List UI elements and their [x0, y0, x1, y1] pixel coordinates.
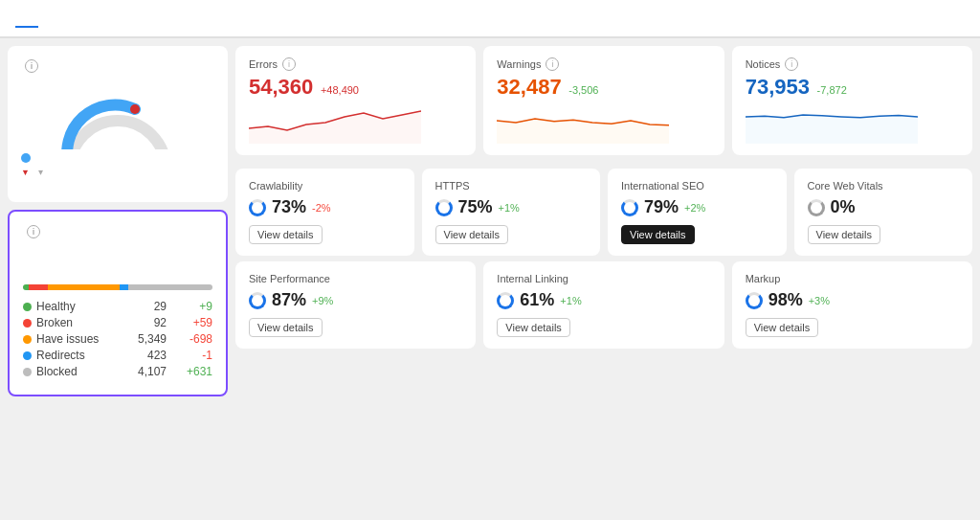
metric-info-icon[interactable]: i: [546, 57, 559, 71]
right-panel: Errors i 54,360 +48,490 Warnings i 32,48…: [235, 46, 972, 512]
stat-left: Redirects: [23, 349, 85, 362]
report-pct-row: 75% +1%: [435, 197, 588, 217]
metric-label: Notices i: [746, 57, 959, 71]
stat-right: 92 +59: [128, 316, 212, 329]
nav-item-compare-crawls[interactable]: [122, 11, 145, 28]
crawled-pages-title: i: [23, 225, 212, 238]
stat-value: 29: [128, 300, 167, 313]
report-name: International SEO: [621, 180, 773, 192]
stat-left: Have issues: [23, 332, 99, 346]
stat-value: 423: [128, 349, 167, 362]
crawled-progress-bar: [23, 284, 212, 290]
crawled-stat-row: Redirects 423 -1: [23, 349, 212, 362]
report-name: Markup: [746, 273, 959, 284]
report-change: +2%: [684, 202, 705, 214]
view-details-button[interactable]: View details: [621, 225, 695, 244]
your-site-legend: [21, 153, 214, 163]
site-health-info-icon[interactable]: i: [25, 59, 38, 73]
main-content: i: [0, 38, 980, 520]
report-card-core-web-vitals: Core Web Vitals 0% View details: [794, 169, 973, 256]
metric-value-row: 54,360 +48,490: [249, 75, 462, 100]
stat-right: 4,107 +631: [128, 365, 212, 378]
metric-card-warnings: Warnings i 32,487 -3,506: [483, 46, 724, 155]
stat-change: +9: [174, 300, 212, 313]
report-percentage: 61%: [520, 290, 554, 310]
nav-item-js-impact[interactable]: [176, 11, 199, 28]
nav-item-issues[interactable]: [42, 11, 65, 28]
gauge-svg: [56, 82, 180, 149]
metric-info-icon[interactable]: i: [282, 57, 296, 71]
stat-dot-blocked: [23, 368, 32, 376]
stat-change: -1: [174, 349, 212, 362]
svg-point-0: [130, 104, 140, 114]
metric-info-icon[interactable]: i: [785, 57, 798, 71]
stat-label: Blocked: [36, 365, 78, 378]
crawled-pages-info-icon[interactable]: i: [27, 225, 40, 238]
view-details-button[interactable]: View details: [746, 318, 819, 337]
stat-left: Broken: [23, 316, 73, 329]
report-pct-row: 61% +1%: [497, 290, 710, 310]
crawled-stats-list: Healthy 29 +9 Broken 92 +59 Have issues …: [23, 300, 212, 378]
view-details-button[interactable]: View details: [808, 225, 881, 244]
stat-right: 5,349 -698: [128, 332, 212, 346]
crawled-stat-row: Have issues 5,349 -698: [23, 332, 212, 346]
nav-item-progress[interactable]: [149, 11, 172, 28]
metric-change: -3,506: [568, 84, 598, 96]
report-name: Crawlability: [249, 180, 401, 192]
view-details-button[interactable]: View details: [249, 318, 323, 337]
stat-value: 4,107: [128, 365, 167, 378]
report-donut-icon: [249, 292, 266, 309]
stat-value: 5,349: [128, 332, 167, 346]
sparkline: [497, 105, 710, 144]
crawled-stat-row: Healthy 29 +9: [23, 300, 212, 313]
crawled-pages-card: i Healthy 29 +9 Broken: [8, 210, 228, 396]
view-details-button[interactable]: View details: [435, 225, 509, 244]
report-name: Site Performance: [249, 273, 462, 284]
nav-item-statistics[interactable]: [96, 11, 119, 28]
stat-right: 29 +9: [128, 300, 212, 313]
report-pct-row: 73% -2%: [249, 197, 401, 217]
stat-left: Healthy: [23, 300, 76, 313]
site-health-title: i: [21, 59, 214, 73]
report-pct-row: 0%: [808, 197, 960, 217]
metric-value: 32,487: [497, 75, 561, 99]
thematic-section: Crawlability 73% -2% View details HTTPS …: [235, 163, 972, 349]
view-details-button[interactable]: View details: [249, 225, 323, 244]
report-card-site-performance: Site Performance 87% +9% View details: [235, 261, 476, 349]
svg-marker-3: [746, 115, 918, 144]
stat-label: Broken: [36, 316, 73, 329]
crawled-stat-row: Broken 92 +59: [23, 316, 212, 329]
report-change: +9%: [312, 295, 333, 306]
report-change: +1%: [499, 202, 520, 214]
top10-dropdown-icon[interactable]: ▾: [38, 167, 43, 177]
left-panel: i: [8, 46, 228, 512]
report-change: -2%: [312, 202, 331, 214]
metric-value-row: 73,953 -7,872: [746, 75, 959, 100]
crawled-count-row: [23, 248, 212, 275]
metric-label: Warnings i: [497, 57, 710, 71]
view-details-button[interactable]: View details: [497, 318, 570, 337]
report-donut-icon: [808, 199, 825, 216]
metric-value: 54,360: [249, 75, 313, 99]
report-pct-row: 79% +2%: [621, 197, 773, 217]
site-health-card: i: [8, 46, 228, 202]
report-name: HTTPS: [435, 180, 588, 192]
metric-card-notices: Notices i 73,953 -7,872: [732, 46, 972, 155]
stat-dot-broken: [23, 319, 32, 328]
pb-have-issues: [48, 284, 120, 290]
pb-broken: [29, 284, 48, 290]
report-card-crawlability: Crawlability 73% -2% View details: [235, 169, 414, 256]
nav-item-crawled-pages[interactable]: [69, 11, 92, 28]
nav-bar: [0, 0, 980, 38]
top10-triangle-icon: ▼: [21, 168, 30, 177]
sparkline: [746, 105, 959, 144]
reports-bottom-row: Site Performance 87% +9% View details In…: [235, 261, 972, 349]
stat-right: 423 -1: [128, 349, 212, 362]
metric-value: 73,953: [746, 75, 810, 99]
nav-item-overview[interactable]: [15, 11, 38, 28]
report-name: Internal Linking: [497, 273, 710, 284]
stat-change: +59: [174, 316, 212, 329]
reports-top-row: Crawlability 73% -2% View details HTTPS …: [235, 169, 972, 256]
report-percentage: 98%: [768, 290, 803, 310]
pb-blocked: [128, 284, 212, 290]
